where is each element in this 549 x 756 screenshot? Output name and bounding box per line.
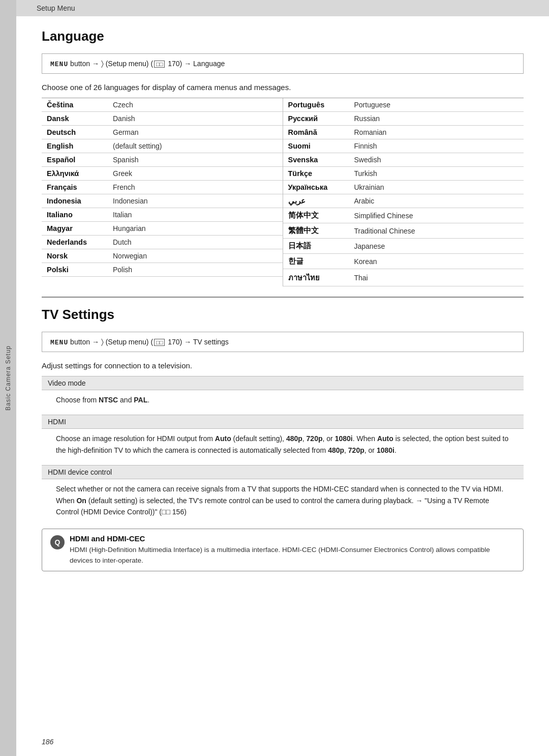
lang-english: French xyxy=(108,181,283,194)
lang-native: Русский xyxy=(283,112,349,125)
language-row: Română Romanian xyxy=(283,126,524,139)
note-text: HDMI (High-Definition Multimedia Interfa… xyxy=(70,545,515,566)
language-menu-path: MENU button → 〉 (Setup menu) (□□ 170) → … xyxy=(42,53,524,74)
setting-label: HDMI device control xyxy=(42,465,524,479)
lang-native: Türkçe xyxy=(283,167,349,180)
language-row: Deutsch German xyxy=(42,126,283,139)
lang-native: Italiano xyxy=(42,208,108,221)
language-row: Français French xyxy=(42,181,283,194)
lang-english: Czech xyxy=(108,98,283,111)
lang-english: Romanian xyxy=(349,126,524,139)
lang-english: (default setting) xyxy=(108,139,283,153)
lang-english: Greek xyxy=(108,167,283,180)
language-row: Polski Polish xyxy=(42,263,283,277)
setting-group: HDMI device control Select whether or no… xyxy=(42,465,524,521)
page-number: 186 xyxy=(42,738,53,746)
lang-native: Čeština xyxy=(42,98,108,111)
language-row: 日本語 Japanese xyxy=(283,239,524,254)
language-description: Choose one of 26 languages for display o… xyxy=(42,83,524,92)
lang-native: Română xyxy=(283,126,349,139)
top-bar-label: Setup Menu xyxy=(37,4,75,12)
lang-english: Dutch xyxy=(108,236,283,249)
lang-english: Italian xyxy=(108,208,283,221)
lang-native: Français xyxy=(42,181,108,194)
lang-native: English xyxy=(42,139,108,153)
tv-settings-title: TV Settings xyxy=(42,307,524,323)
lang-native: 简体中文 xyxy=(283,208,349,223)
lang-english: Thai xyxy=(349,269,524,286)
lang-english: Spanish xyxy=(108,153,283,166)
language-row: 简体中文 Simplified Chinese xyxy=(283,208,524,223)
tv-settings-menu-path: MENU button → 〉 (Setup menu) (□□ 170) → … xyxy=(42,332,524,352)
tv-settings-groups: Video mode Choose from NTSC and PAL. HDM… xyxy=(42,376,524,521)
language-row: ภาษาไทย Thai xyxy=(283,269,524,286)
language-row: Русский Russian xyxy=(283,112,524,126)
setting-description: Choose an image resolution for HDMI outp… xyxy=(42,429,524,460)
language-row: عربي Arabic xyxy=(283,194,524,208)
lang-native: Polski xyxy=(42,263,108,276)
language-row: Čeština Czech xyxy=(42,98,283,112)
lang-native: ภาษาไทย xyxy=(283,269,349,286)
lang-english: Finnish xyxy=(349,139,524,153)
lang-native: Português xyxy=(283,98,349,111)
setting-group: Video mode Choose from NTSC and PAL. xyxy=(42,376,524,410)
lang-english: Traditional Chinese xyxy=(349,223,524,238)
language-row: Türkçe Turkish xyxy=(283,167,524,181)
lang-english: Norwegian xyxy=(108,249,283,263)
setting-description: Select whether or not the camera can rec… xyxy=(42,479,524,521)
lang-english: Indonesian xyxy=(108,194,283,208)
lang-native: Svenska xyxy=(283,153,349,166)
lang-english: Portuguese xyxy=(349,98,524,111)
lang-native: Indonesia xyxy=(42,194,108,208)
lang-english: Ukrainian xyxy=(349,181,524,194)
lang-native: 繁體中文 xyxy=(283,223,349,238)
tv-settings-description: Adjust settings for connection to a tele… xyxy=(42,361,524,370)
language-row: Italiano Italian xyxy=(42,208,283,222)
note-title: HDMI and HDMI-CEC xyxy=(70,534,515,543)
lang-native: 日本語 xyxy=(283,239,349,253)
language-col-right: Português Portuguese Русский Russian Rom… xyxy=(283,98,524,286)
lang-english: German xyxy=(108,126,283,139)
lang-native: Suomi xyxy=(283,139,349,153)
lang-english: Simplified Chinese xyxy=(349,208,524,223)
lang-native: Español xyxy=(42,153,108,166)
setting-label: HDMI xyxy=(42,415,524,429)
language-row: Dansk Danish xyxy=(42,112,283,126)
language-row: Indonesia Indonesian xyxy=(42,194,283,208)
language-col-left: Čeština Czech Dansk Danish Deutsch Germa… xyxy=(42,98,283,286)
language-row: Español Spanish xyxy=(42,153,283,167)
lang-native: Magyar xyxy=(42,222,108,235)
lang-native: Українська xyxy=(283,181,349,194)
language-row: 繁體中文 Traditional Chinese xyxy=(283,223,524,239)
language-title: Language xyxy=(42,28,524,44)
language-row: 한글 Korean xyxy=(283,254,524,269)
setting-label: Video mode xyxy=(42,376,524,390)
lang-native: Dansk xyxy=(42,112,108,125)
language-table: Čeština Czech Dansk Danish Deutsch Germa… xyxy=(42,98,524,286)
lang-native: عربي xyxy=(283,194,349,208)
lang-english: Korean xyxy=(349,254,524,269)
hdmi-note-box: Q HDMI and HDMI-CEC HDMI (High-Definitio… xyxy=(42,529,524,571)
lang-native: 한글 xyxy=(283,254,349,269)
lang-english: Swedish xyxy=(349,153,524,166)
note-icon: Q xyxy=(50,535,65,549)
lang-native: Ελληνικά xyxy=(42,167,108,180)
language-row: Nederlands Dutch xyxy=(42,236,283,249)
note-content: HDMI and HDMI-CEC HDMI (High-Definition … xyxy=(70,534,515,566)
lang-english: Polish xyxy=(108,263,283,276)
language-row: English (default setting) xyxy=(42,139,283,153)
lang-english: Russian xyxy=(349,112,524,125)
lang-english: Arabic xyxy=(349,194,524,208)
lang-native: Deutsch xyxy=(42,126,108,139)
lang-english: Danish xyxy=(108,112,283,125)
language-row: Ελληνικά Greek xyxy=(42,167,283,181)
setting-group: HDMI Choose an image resolution for HDMI… xyxy=(42,415,524,460)
language-row: Magyar Hungarian xyxy=(42,222,283,236)
language-row: Suomi Finnish xyxy=(283,139,524,153)
lang-english: Hungarian xyxy=(108,222,283,235)
language-row: Українська Ukrainian xyxy=(283,181,524,194)
lang-english: Turkish xyxy=(349,167,524,180)
language-row: Svenska Swedish xyxy=(283,153,524,167)
lang-native: Nederlands xyxy=(42,236,108,249)
setting-description: Choose from NTSC and PAL. xyxy=(42,390,524,410)
